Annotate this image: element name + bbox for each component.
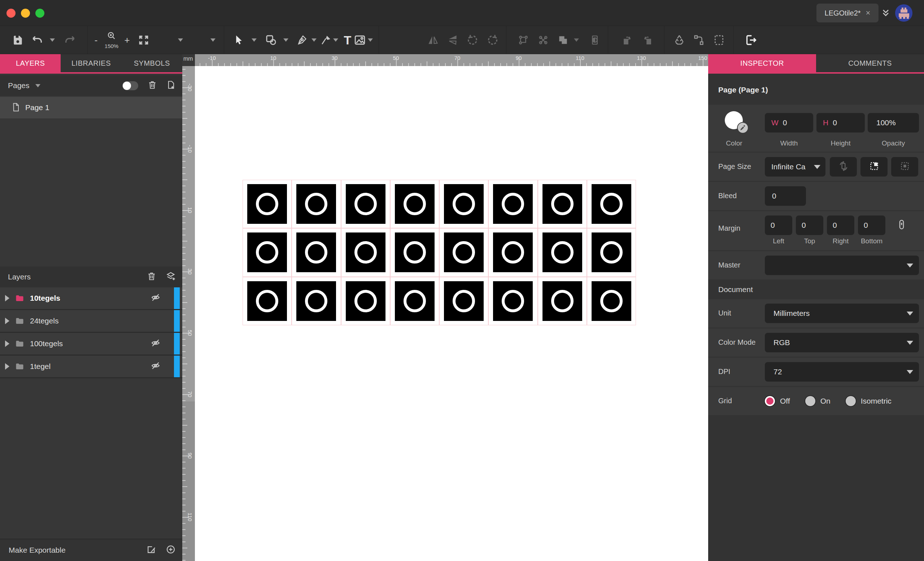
bleed-field[interactable]: 0: [765, 186, 806, 206]
lego-tile[interactable]: [488, 228, 537, 276]
pages-panel-toggle[interactable]: [122, 81, 138, 90]
pen-tool-caret-icon[interactable]: [312, 38, 316, 42]
chevron-double-down-icon[interactable]: [880, 8, 891, 20]
pages-collapse-caret-icon[interactable]: [35, 82, 40, 89]
rotate-copy-left-icon[interactable]: [621, 34, 633, 46]
page-list-item[interactable]: Page 1: [0, 97, 182, 118]
lego-tile[interactable]: [341, 180, 390, 228]
grid-radio-label[interactable]: On: [820, 397, 831, 405]
lego-tile[interactable]: [587, 180, 636, 228]
lego-tile[interactable]: [488, 277, 537, 325]
delete-page-icon[interactable]: [148, 80, 157, 91]
grid-radio-on[interactable]: [805, 396, 815, 406]
margin-bottom-field[interactable]: 0: [858, 216, 885, 235]
knife-tool-icon[interactable]: [320, 34, 332, 46]
select-tool-caret-icon[interactable]: [252, 38, 256, 42]
redo-icon[interactable]: [64, 34, 76, 46]
add-page-icon[interactable]: [166, 80, 176, 91]
eyedropper-icon[interactable]: [737, 122, 748, 134]
lego-tile[interactable]: [439, 180, 488, 228]
zoom-window-button[interactable]: [35, 9, 44, 18]
boolean-union-icon[interactable]: [557, 34, 569, 46]
layer-row[interactable]: 24tegels: [0, 310, 182, 333]
document-tab[interactable]: LEGOtile2* ×: [816, 4, 879, 22]
color-mode-dropdown[interactable]: RGB: [765, 333, 919, 352]
opacity-field[interactable]: 100%: [868, 113, 919, 132]
layer-expand-caret-icon[interactable]: [5, 340, 9, 347]
hand-tool-caret-icon[interactable]: [178, 38, 183, 42]
ungroup-icon[interactable]: [537, 34, 549, 46]
minimize-window-button[interactable]: [21, 9, 30, 18]
export-icon[interactable]: [744, 34, 757, 46]
grid-radio-label[interactable]: Off: [780, 397, 790, 405]
lego-tile[interactable]: [243, 228, 292, 276]
delete-layer-icon[interactable]: [147, 272, 156, 282]
rotate-copy-right-icon[interactable]: [641, 34, 654, 46]
lego-tile[interactable]: [587, 277, 636, 325]
grid-radio-label[interactable]: Isometric: [861, 397, 891, 405]
lego-tile[interactable]: [439, 277, 488, 325]
zoom-out-button[interactable]: -: [94, 35, 98, 45]
layer-row[interactable]: 10tegels: [0, 287, 182, 310]
slice-marquee-icon[interactable]: [713, 34, 725, 46]
orientation-button[interactable]: [830, 157, 857, 177]
tab-inspector[interactable]: INSPECTOR: [708, 54, 816, 72]
layer-hidden-eye-icon[interactable]: [150, 338, 160, 350]
grid-radio-isometric[interactable]: [846, 396, 856, 406]
grid-radio-off[interactable]: [765, 396, 775, 406]
rotate-ccw-icon[interactable]: [467, 34, 479, 46]
pen-tool-icon[interactable]: [296, 34, 308, 46]
layer-expand-caret-icon[interactable]: [5, 363, 9, 370]
layer-row[interactable]: 1tegel: [0, 356, 182, 378]
lego-tile[interactable]: [538, 228, 587, 276]
rotate-cw-icon[interactable]: [486, 34, 498, 46]
image-tool-icon[interactable]: [353, 34, 366, 46]
select-tool-icon[interactable]: [233, 34, 244, 46]
tab-symbols[interactable]: SYMBOLS: [122, 54, 182, 72]
lego-tile[interactable]: [341, 228, 390, 276]
lego-tile[interactable]: [292, 180, 341, 228]
knife-tool-caret-icon[interactable]: [333, 38, 338, 42]
margin-right-field[interactable]: 0: [827, 216, 854, 235]
lego-tile[interactable]: [390, 277, 439, 325]
lego-tile[interactable]: [488, 180, 537, 228]
shape-tool-icon[interactable]: [265, 34, 277, 46]
fit-content-button[interactable]: [861, 157, 888, 177]
add-export-icon[interactable]: [166, 544, 176, 556]
tab-comments[interactable]: COMMENTS: [816, 54, 924, 72]
tab-layers[interactable]: LAYERS: [0, 54, 61, 72]
group-icon[interactable]: [517, 34, 530, 46]
center-content-button[interactable]: [891, 157, 918, 177]
undo-icon[interactable]: [31, 34, 44, 46]
page-size-dropdown[interactable]: Infinite Ca: [765, 157, 825, 177]
flip-vertical-icon[interactable]: [447, 34, 458, 46]
layer-hidden-eye-icon[interactable]: [150, 361, 160, 372]
link-margins-icon[interactable]: [896, 219, 907, 231]
layer-expand-caret-icon[interactable]: [5, 318, 9, 324]
width-field[interactable]: W 0: [765, 113, 813, 132]
tab-libraries[interactable]: LIBRARIES: [61, 54, 121, 72]
lego-tile[interactable]: [439, 228, 488, 276]
lego-tile[interactable]: [243, 180, 292, 228]
lego-tile[interactable]: [538, 180, 587, 228]
mask-icon[interactable]: [589, 34, 601, 46]
fit-screen-icon[interactable]: [138, 34, 150, 46]
boolean-caret-icon[interactable]: [574, 38, 579, 42]
layer-hidden-eye-icon[interactable]: [150, 292, 160, 304]
margin-top-field[interactable]: 0: [796, 216, 823, 235]
lego-tile[interactable]: [390, 180, 439, 228]
lego-tile[interactable]: [390, 228, 439, 276]
zoom-tool[interactable]: 150%: [105, 31, 118, 49]
save-icon[interactable]: [12, 34, 24, 46]
margin-left-field[interactable]: 0: [765, 216, 792, 235]
layer-expand-caret-icon[interactable]: [5, 295, 9, 302]
layer-row[interactable]: 100tegels: [0, 333, 182, 356]
dpi-dropdown[interactable]: 72: [765, 362, 919, 382]
zoom-in-button[interactable]: +: [124, 35, 130, 45]
close-window-button[interactable]: [6, 9, 15, 18]
convert-symbol-icon[interactable]: [673, 34, 686, 46]
unit-dropdown[interactable]: Millimeters: [765, 304, 919, 323]
snap-tool-caret-icon[interactable]: [210, 38, 216, 42]
text-tool-icon[interactable]: T: [344, 33, 351, 47]
lego-tile[interactable]: [292, 228, 341, 276]
